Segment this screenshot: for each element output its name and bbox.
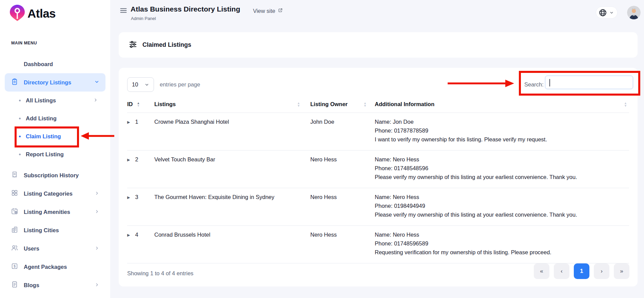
sidebar-item-directory-listings[interactable]: Directory Listings — [5, 73, 105, 92]
row-id: 4 — [135, 232, 138, 238]
external-link-icon — [278, 8, 283, 14]
pagination-next-button[interactable]: › — [594, 263, 609, 279]
page-size-select[interactable]: 10 — [127, 77, 154, 92]
clipboard-icon — [11, 78, 18, 87]
additional-information: Name: Nero Hess Phone: 01748596589 Reque… — [375, 226, 629, 263]
sidebar-item-agent-packages[interactable]: $ Agent Packages — [5, 258, 105, 276]
column-header-additional-information[interactable]: Additional Information ▲▼ — [375, 97, 629, 113]
chevron-right-icon — [95, 282, 99, 289]
users-icon — [11, 244, 18, 253]
filter-sliders-icon — [129, 40, 137, 50]
panel-header-card: Claimed Listings — [119, 32, 638, 58]
sort-icon[interactable]: ▲▼ — [137, 102, 140, 107]
table-row: ▶2 Velvet Touch Beauty Bar Nero Hess Nam… — [127, 151, 629, 188]
additional-information: Name: Nero Hess Phone: 01748548596 Pleas… — [375, 151, 629, 188]
sort-icon[interactable]: ▲▼ — [364, 102, 367, 107]
map-pin-logo-icon — [9, 4, 25, 23]
expand-row-icon[interactable]: ▶ — [127, 232, 130, 238]
listing-name: The Gourmet Haven: Exquisite Dining in S… — [154, 188, 310, 226]
column-header-listings[interactable]: Listings ▲▼ — [154, 97, 310, 113]
chevron-down-icon — [609, 11, 614, 15]
table-row: ▶3 The Gourmet Haven: Exquisite Dining i… — [127, 188, 629, 226]
listing-name: Velvet Touch Beauty Bar — [154, 151, 310, 188]
chevron-down-icon — [94, 79, 99, 86]
hamburger-menu-icon[interactable] — [119, 6, 128, 16]
listing-owner: Nero Hess — [310, 188, 375, 226]
annotation-box-claim-listing — [15, 126, 79, 147]
entries-per-page-label: entries per page — [160, 81, 200, 88]
panel-title: Claimed Listings — [142, 41, 191, 48]
chevron-right-icon — [95, 191, 99, 197]
brand-name: Atlas — [27, 7, 56, 20]
home-icon — [11, 60, 18, 68]
table-summary: Showing 1 to 4 of 4 entries — [127, 270, 193, 277]
claimed-listings-table: ID ▲▼ Listings ▲▼ Listing Owner ▲▼ — [127, 97, 629, 263]
bullet-icon — [19, 154, 21, 155]
chevron-right-icon — [95, 245, 99, 252]
row-id: 3 — [135, 194, 138, 200]
listing-name: Conrad Brussels Hotel — [154, 226, 310, 263]
page-subtitle: Admin Panel — [131, 16, 156, 21]
grid-icon — [11, 189, 18, 198]
bullet-icon — [19, 100, 21, 101]
listing-owner: Nero Hess — [310, 226, 375, 263]
sort-icon[interactable]: ▲▼ — [624, 102, 627, 107]
table-header-row: ID ▲▼ Listings ▲▼ Listing Owner ▲▼ — [127, 97, 629, 113]
language-selector[interactable] — [596, 6, 618, 19]
brand-logo[interactable]: Atlas — [9, 4, 56, 23]
expand-row-icon[interactable]: ▶ — [127, 156, 130, 163]
receipt-icon — [11, 171, 18, 180]
claimed-listings-card: 10 entries per page Search: ID ▲▼ Listin… — [119, 68, 638, 286]
chevron-down-icon — [144, 82, 149, 87]
pagination-page-1-button[interactable]: 1 — [574, 263, 589, 279]
dollar-icon: $ — [11, 262, 18, 271]
chevron-right-icon — [95, 209, 99, 215]
buildings-icon — [11, 226, 18, 235]
globe-icon — [598, 8, 607, 17]
additional-information: Name: Jon Doe Phone: 01787878589 I want … — [375, 113, 629, 151]
bullet-icon — [19, 118, 21, 119]
row-id: 2 — [135, 156, 138, 163]
annotation-box-search — [519, 71, 640, 96]
sidebar-item-blogs[interactable]: Blogs — [5, 276, 105, 294]
table-row: ▶1 Crowne Plaza Shanghai Hotel John Doe … — [127, 113, 629, 151]
calendar-plus-icon — [11, 207, 18, 216]
additional-information: Name: Nero Hess Phone: 0198494949 Please… — [375, 188, 629, 226]
chevron-right-icon — [93, 97, 98, 104]
sidebar-item-report-listing[interactable]: Report Listing — [5, 145, 105, 163]
sidebar-item-add-listing[interactable]: Add Listing — [5, 110, 105, 127]
listing-owner: John Doe — [310, 113, 375, 151]
view-site-link[interactable]: View site — [253, 8, 283, 14]
sidebar-item-listing-amenities[interactable]: Listing Amenities — [5, 203, 105, 221]
listing-owner: Nero Hess — [310, 151, 375, 188]
sidebar-item-all-listings[interactable]: All Listings — [5, 92, 105, 110]
pagination: « ‹ 1 › » — [534, 263, 629, 279]
page-title: Atlas Business Directory Listing — [131, 5, 240, 13]
sidebar-item-listing-categories[interactable]: Listing Categories — [5, 184, 105, 203]
sidebar: Atlas MAIN MENU Dashboard Directory List… — [0, 0, 110, 298]
table-row: ▶4 Conrad Brussels Hotel Nero Hess Name:… — [127, 226, 629, 263]
sidebar-item-users[interactable]: Users — [5, 239, 105, 258]
pagination-prev-button[interactable]: ‹ — [554, 263, 569, 279]
row-id: 1 — [135, 119, 138, 125]
column-header-id[interactable]: ID ▲▼ — [127, 97, 154, 113]
pagination-last-button[interactable]: » — [614, 263, 629, 279]
annotation-arrow-claim-listing — [80, 131, 115, 141]
menu-section-label: MAIN MENU — [11, 41, 37, 45]
column-header-listing-owner[interactable]: Listing Owner ▲▼ — [310, 97, 375, 113]
document-icon — [11, 281, 18, 290]
listing-name: Crowne Plaza Shanghai Hotel — [154, 113, 310, 151]
pagination-first-button[interactable]: « — [534, 263, 549, 279]
sidebar-item-subscription-history[interactable]: Subscription History — [5, 166, 105, 184]
sidebar-item-listing-cities[interactable]: Listing Cities — [5, 221, 105, 239]
sidebar-item-dashboard[interactable]: Dashboard — [5, 55, 105, 73]
user-avatar[interactable] — [627, 6, 641, 19]
sidebar-nav: Dashboard Directory Listings All Listing… — [5, 55, 105, 294]
expand-row-icon[interactable]: ▶ — [127, 119, 130, 125]
svg-text:$: $ — [14, 264, 16, 268]
annotation-arrow-search — [447, 79, 515, 88]
sort-icon[interactable]: ▲▼ — [297, 102, 300, 107]
expand-row-icon[interactable]: ▶ — [127, 194, 130, 201]
